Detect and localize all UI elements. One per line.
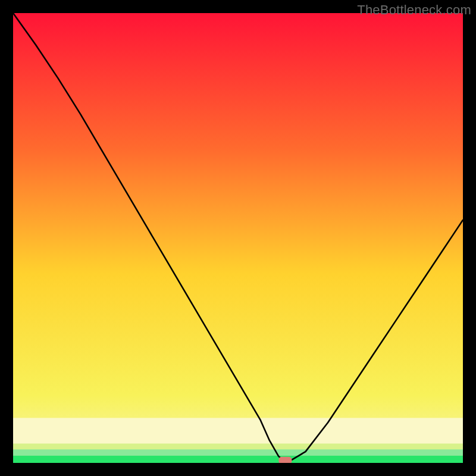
gradient-bg (13, 13, 463, 463)
plot-area (13, 13, 463, 463)
chart-frame: TheBottleneck.com (0, 0, 476, 476)
optimum-marker (278, 457, 292, 463)
plot-svg (13, 13, 463, 463)
watermark-text: TheBottleneck.com (357, 2, 471, 18)
band-green (13, 456, 463, 463)
